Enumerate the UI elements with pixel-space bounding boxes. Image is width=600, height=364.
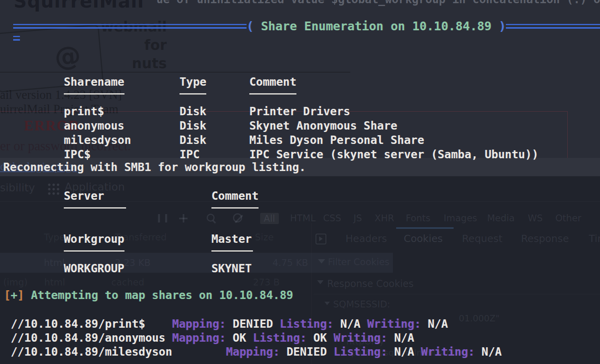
mapping-value: OK [233,331,253,345]
share-type: Disk [180,104,249,119]
mapping-value: DENIED [286,345,334,359]
share-row: IPC$ IPC IPC Service (skynet server (Sam… [64,148,600,162]
listing-value: OK [314,331,334,345]
at-sign-glyph: @ [53,40,82,73]
writing-label: Writing: [421,345,482,359]
squirrelmail-logo-text: SquirrelMail [14,0,144,12]
share-name: print$ [64,104,180,119]
banner-title: Share Enumeration on 10.10.84.89 [261,19,491,33]
share-type: Disk [180,133,249,148]
share-mapping-row: //10.10.84.89/milesdyson Mapping: DENIED… [11,345,502,359]
listing-label: Listing: [253,331,314,345]
request-cell: (img) [3,277,28,287]
listing-value: N/A [394,345,421,359]
share-path: //10.10.84.89/print$ [11,317,145,331]
pad [145,317,172,331]
pad [166,331,172,345]
request-cell: cached [111,277,144,287]
writing-label: Writing: [334,331,394,345]
server-table-header: Server Comment [64,189,600,203]
workgroup-table: Workgroup Master WORKGROUP SKYNET [64,232,600,276]
header-underlines [64,246,600,262]
bracket-close: ] [18,288,24,303]
separator-line-left [13,24,247,29]
share-table: Sharename Type Comment print$ Disk Print… [64,75,600,162]
cookie-expires-fragment: 01.000Z" [459,313,499,323]
separator-equals [13,36,20,41]
share-mapping-row: //10.10.84.89/anonymous Mapping: OK List… [11,331,414,345]
webmail-header-divider [0,72,350,73]
map-shares-announcement: [ + ] Attempting to map shares on 10.10.… [4,288,293,303]
listing-value: N/A [340,317,367,331]
share-table-header: Sharename Type Comment [64,75,600,89]
share-name: anonymous [64,119,180,133]
workgroup-table-header: Workgroup Master [64,232,600,246]
separator-line-right [506,24,600,29]
request-cell: 273 B [253,277,280,287]
application-grid-icon [47,183,60,196]
screenshot-root: SquirrelMail webmail for nuts @ ail vers… [0,0,600,364]
mapping-label: Mapping: [226,345,286,359]
share-comment: Miles Dyson Personal Share [249,133,600,148]
col-comment: Comment [249,75,600,89]
col-workgroup: Workgroup [64,232,211,246]
cookie-panel-divider [314,294,600,294]
writing-label: Writing: [367,317,428,331]
plus-sign: + [11,288,18,303]
writing-value: N/A [394,331,414,345]
pad [172,345,226,359]
share-mapping-row: //10.10.84.89/print$ Mapping: DENIED Lis… [11,317,448,331]
share-row: print$ Disk Printer Drivers [64,104,600,119]
reconnect-smb1-line: Reconnecting with SMB1 for workgroup lis… [3,160,306,175]
response-cookies-label[interactable]: Response Cookies [327,278,414,289]
share-row: anonymous Disk Skynet Anonymous Share [64,119,600,133]
col-type: Type [180,75,249,89]
tab-accessibility[interactable]: sibility [0,181,35,194]
share-name: IPC$ [64,148,180,162]
listing-label: Listing: [334,345,394,359]
mapping-label: Mapping: [172,317,233,331]
share-path: //10.10.84.89/milesdyson [11,345,172,359]
request-cell: html [44,277,65,287]
share-type: Disk [180,119,249,133]
share-name: milesdyson [64,133,180,148]
announcement-text: Attempting to map shares on 10.10.84.89 [24,288,293,303]
mapping-value: DENIED [233,317,280,331]
column-type[interactable]: Type [44,232,65,242]
share-row: milesdyson Disk Miles Dyson Personal Sha… [64,133,600,148]
request-cell: html [44,258,65,268]
banner-close-paren: ) [491,19,506,33]
cookie-name-label[interactable]: SQMSESSID: [333,299,390,309]
header-underlines [64,89,600,104]
col-sharename: Sharename [64,75,180,89]
col-comment: Comment [211,189,600,203]
banner-open-paren: ( [247,19,261,33]
server-table: Server Comment [64,189,600,218]
workgroup-value: WORKGROUP [64,262,211,276]
mapping-label: Mapping: [172,331,233,345]
header-underlines [64,203,600,218]
writing-value: N/A [482,345,502,359]
share-comment: Printer Drivers [249,104,600,119]
workgroup-row: WORKGROUP SKYNET [64,262,600,276]
col-master: Master [211,232,600,246]
writing-value: N/A [428,317,448,331]
master-value: SKYNET [211,262,600,276]
bracket-open: [ [4,288,11,303]
clipped-terminal-line: ue of uninitialized value $global_workgr… [156,0,600,7]
share-enumeration-banner: ( Share Enumeration on 10.10.84.89 ) [0,19,600,34]
share-type: IPC [180,148,249,162]
active-tab-indicator [396,227,454,229]
listing-label: Listing: [280,317,340,331]
share-comment: Skynet Anonymous Share [249,119,600,133]
col-server: Server [64,189,211,203]
disclosure-triangle-icon[interactable] [317,280,324,284]
share-path: //10.10.84.89/anonymous [11,331,166,345]
disclosure-triangle-icon[interactable] [324,302,330,305]
share-comment: IPC Service (skynet server (Samba, Ubunt… [249,148,600,162]
